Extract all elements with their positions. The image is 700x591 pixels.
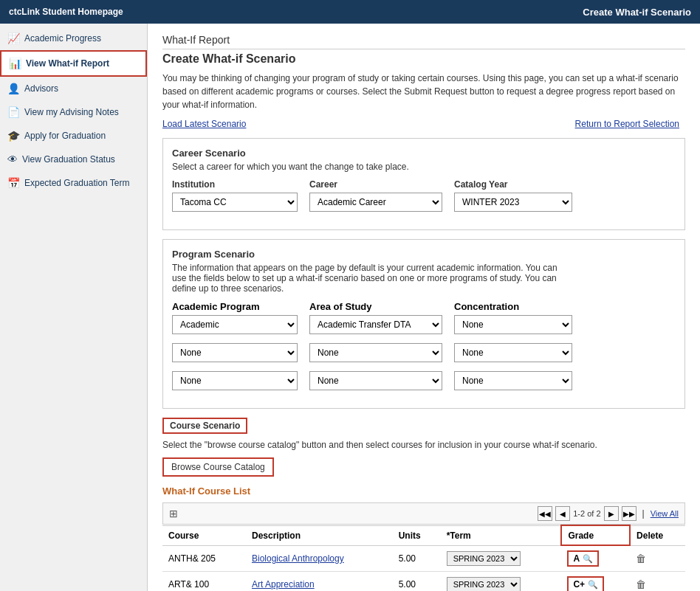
grade-box-2: C+ 🔍 (567, 576, 604, 591)
concentration-2-group: None (454, 343, 572, 362)
grade-cell-2: C+ 🔍 (561, 572, 630, 592)
link-row: Load Latest Scenario Return to Report Se… (162, 119, 679, 129)
institution-select[interactable]: Tacoma CC (172, 193, 298, 212)
person-icon: 👤 (7, 83, 20, 94)
grade-value-2: C+ (573, 579, 585, 590)
area-3-select[interactable]: None (309, 371, 442, 390)
sidebar-item-view-whatif-report[interactable]: 📊 View What-if Report (0, 50, 147, 77)
sidebar-item-advisors[interactable]: 👤 Advisors (0, 77, 147, 100)
report-icon: 📊 (9, 58, 21, 69)
term-select-2[interactable]: SPRING 2023 (447, 577, 521, 591)
course-list-title: What-If Course List (162, 485, 685, 497)
page-title: Create What-if Scenario (162, 52, 685, 66)
units-col-header: Units (393, 525, 441, 545)
program-1-select[interactable]: Academic None (172, 315, 298, 334)
area-3-group: None (309, 371, 442, 390)
career-scenario-block: Career Scenario Select a career for whic… (162, 138, 685, 230)
app-title: ctcLink Student Homepage (9, 7, 123, 17)
delete-button-1[interactable]: 🗑 (636, 553, 646, 564)
description-link-2[interactable]: Art Appreciation (252, 579, 315, 590)
program-3-select[interactable]: None (172, 371, 298, 390)
table-toolbar: ⊞ ◀◀ ◀ 1-2 of 2 ▶ ▶▶ | View All (162, 502, 685, 525)
catalog-year-select[interactable]: WINTER 2023 (454, 193, 572, 212)
sidebar-item-label: Apply for Graduation (24, 131, 106, 141)
sidebar-item-advising-notes[interactable]: 📄 View my Advising Notes (0, 100, 147, 124)
term-cell-1: SPRING 2023 (441, 545, 562, 572)
program-scenario-desc: The information that appears on the page… (172, 263, 676, 294)
view-all-link[interactable]: View All (651, 509, 679, 518)
catalog-year-group: Catalog Year WINTER 2023 (454, 179, 572, 212)
concentration-2-select[interactable]: None (454, 343, 572, 362)
sidebar-item-label: Academic Progress (24, 33, 101, 44)
concentration-3-select[interactable]: None (454, 371, 572, 390)
program-2-select[interactable]: None (172, 343, 298, 362)
last-page-button[interactable]: ▶▶ (622, 506, 636, 521)
program-2-group: None (172, 343, 298, 362)
sidebar-item-label: Advisors (24, 83, 58, 94)
calendar-icon: 📅 (7, 177, 20, 189)
units-cell-2: 5.00 (393, 572, 441, 592)
delete-cell-1: 🗑 (630, 545, 685, 572)
first-page-button[interactable]: ◀◀ (538, 506, 552, 521)
sidebar-item-expected-grad-term[interactable]: 📅 Expected Graduation Term (0, 171, 147, 195)
sidebar-item-label: View my Advising Notes (24, 107, 119, 117)
grade-value-1: A (573, 553, 580, 564)
program-scenario-block: Program Scenario The information that ap… (162, 239, 685, 409)
academic-program-col-header: Academic Program (172, 301, 260, 312)
program-3-group: None (172, 371, 298, 390)
grade-col-header: Grade (561, 525, 630, 545)
delete-col-header: Delete (630, 525, 685, 545)
description-cell-1: Biological Anthropology (246, 545, 393, 572)
concentration-3-group: None (454, 371, 572, 390)
description-link-1[interactable]: Biological Anthropology (252, 553, 344, 564)
main-content: What-If Report Create What-if Scenario Y… (148, 24, 700, 591)
grade-search-1[interactable]: 🔍 (583, 554, 593, 564)
course-table-container: ⊞ ◀◀ ◀ 1-2 of 2 ▶ ▶▶ | View All Cours (162, 502, 685, 591)
next-page-button[interactable]: ▶ (604, 506, 619, 521)
course-col-header: Course (162, 525, 246, 545)
prev-page-button[interactable]: ◀ (555, 506, 570, 521)
career-scenario-desc: Select a career for which you want the c… (172, 162, 676, 172)
area-1-select[interactable]: Academic Transfer DTA None (309, 315, 442, 334)
area-1-group: Academic Transfer DTA None (309, 315, 442, 334)
main-layout: 📈 Academic Progress 📊 View What-if Repor… (0, 24, 700, 591)
program-columns-header: Academic Program Area of Study Concentra… (172, 301, 676, 312)
career-group: Career Academic Career (309, 179, 442, 212)
delete-button-2[interactable]: 🗑 (636, 578, 646, 590)
table-header-row: Course Description Units *Term Grade Del… (162, 525, 685, 545)
concentration-1-select[interactable]: None (454, 315, 572, 334)
term-select-1[interactable]: SPRING 2023 (447, 551, 521, 566)
career-scenario-title: Career Scenario (172, 148, 676, 159)
load-latest-link[interactable]: Load Latest Scenario (162, 119, 246, 129)
course-scenario-desc: Select the "browse course catalog" butto… (162, 440, 679, 450)
browse-course-catalog-button[interactable]: Browse Course Catalog (162, 457, 274, 477)
notes-icon: 📄 (7, 106, 20, 118)
career-label: Career (309, 179, 442, 190)
term-col-header: *Term (441, 525, 562, 545)
area-2-select[interactable]: None (309, 343, 442, 362)
description-col-header: Description (246, 525, 393, 545)
course-table: Course Description Units *Term Grade Del… (162, 525, 685, 591)
sidebar-item-view-graduation[interactable]: 👁 View Graduation Status (0, 148, 147, 171)
grade-search-2[interactable]: 🔍 (588, 580, 598, 590)
program-row-3: None None None (172, 371, 676, 390)
program-row-1: Academic None Academic Transfer DTA None… (172, 315, 676, 334)
concentration-1-group: None (454, 315, 572, 334)
description-cell-2: Art Appreciation (246, 572, 393, 592)
units-cell-1: 5.00 (393, 545, 441, 572)
sidebar-item-apply-graduation[interactable]: 🎓 Apply for Graduation (0, 124, 147, 148)
grade-box-1: A 🔍 (567, 550, 599, 567)
return-to-report-link[interactable]: Return to Report Selection (575, 119, 679, 129)
institution-label: Institution (172, 179, 298, 190)
table-row: ART& 100 Art Appreciation 5.00 SPRING 20… (162, 572, 685, 592)
career-select[interactable]: Academic Career (309, 193, 442, 212)
area-2-group: None (309, 343, 442, 362)
course-cell-1: ANTH& 205 (162, 545, 246, 572)
sidebar-item-label: View What-if Report (26, 58, 109, 69)
pagination-controls: ◀◀ ◀ 1-2 of 2 ▶ ▶▶ | View All (538, 506, 679, 521)
page-header-title: Create What-if Scenario (583, 7, 691, 18)
eye-icon: 👁 (7, 153, 18, 165)
sidebar-item-academic-progress[interactable]: 📈 Academic Progress (0, 27, 147, 50)
area-of-study-col-header: Area of Study (309, 301, 372, 312)
breadcrumb: What-If Report (162, 34, 685, 49)
